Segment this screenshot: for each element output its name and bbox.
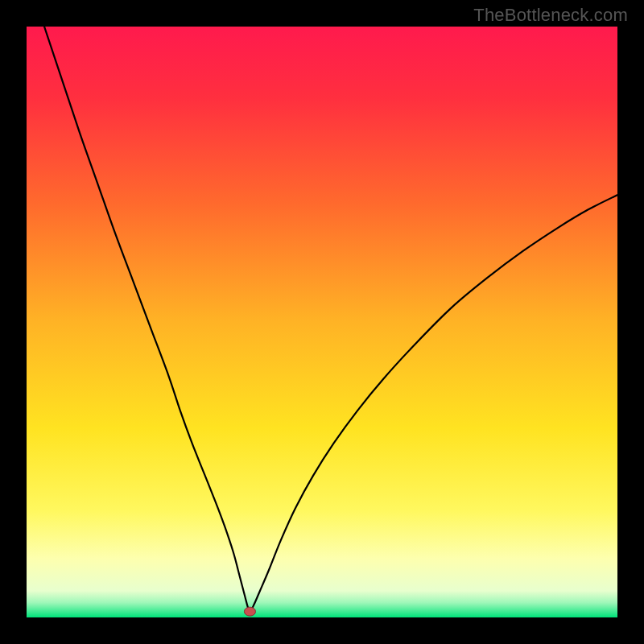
minimum-marker	[244, 607, 255, 616]
chart-outer-frame: TheBottleneck.com	[0, 0, 644, 644]
watermark-text: TheBottleneck.com	[473, 5, 628, 26]
plot-area	[27, 27, 617, 617]
gradient-background	[27, 27, 617, 617]
plot-svg	[27, 27, 617, 617]
